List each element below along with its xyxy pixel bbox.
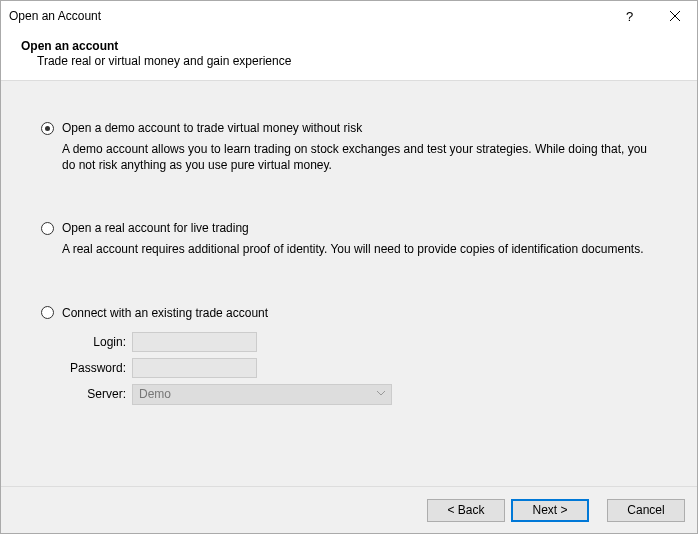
option-existing-label: Connect with an existing trade account (62, 306, 268, 320)
wizard-body: Open a demo account to trade virtual mon… (1, 81, 697, 486)
option-existing: Connect with an existing trade account L… (41, 306, 657, 405)
help-icon: ? (626, 9, 633, 24)
wizard-header: Open an account Trade real or virtual mo… (1, 31, 697, 80)
option-real-desc: A real account requires additional proof… (62, 241, 657, 257)
radio-demo[interactable] (41, 122, 54, 135)
option-real: Open a real account for live trading A r… (41, 221, 657, 257)
radio-existing[interactable] (41, 306, 54, 319)
server-select[interactable]: Demo (132, 384, 392, 405)
password-label: Password: (62, 361, 132, 375)
back-button[interactable]: < Back (427, 499, 505, 522)
window-title: Open an Account (9, 9, 607, 23)
page-title: Open an account (21, 39, 697, 53)
radio-existing-row[interactable]: Connect with an existing trade account (41, 306, 657, 320)
option-demo-label: Open a demo account to trade virtual mon… (62, 121, 362, 135)
chevron-down-icon (377, 391, 385, 397)
titlebar: Open an Account ? (1, 1, 697, 31)
radio-real-row[interactable]: Open a real account for live trading (41, 221, 657, 235)
radio-real[interactable] (41, 222, 54, 235)
server-row: Server: Demo (62, 384, 657, 405)
server-label: Server: (62, 387, 132, 401)
login-label: Login: (62, 335, 132, 349)
option-demo-desc: A demo account allows you to learn tradi… (62, 141, 657, 173)
password-input[interactable] (132, 358, 257, 378)
radio-demo-row[interactable]: Open a demo account to trade virtual mon… (41, 121, 657, 135)
cancel-button[interactable]: Cancel (607, 499, 685, 522)
next-button[interactable]: Next > (511, 499, 589, 522)
option-demo: Open a demo account to trade virtual mon… (41, 121, 657, 173)
help-button[interactable]: ? (607, 1, 652, 31)
password-row: Password: (62, 358, 657, 378)
login-input[interactable] (132, 332, 257, 352)
existing-form: Login: Password: Server: Demo (62, 332, 657, 405)
option-real-label: Open a real account for live trading (62, 221, 249, 235)
close-button[interactable] (652, 1, 697, 31)
server-select-value: Demo (139, 387, 171, 401)
login-row: Login: (62, 332, 657, 352)
page-subtitle: Trade real or virtual money and gain exp… (21, 54, 697, 68)
dialog-window: Open an Account ? Open an account Trade … (0, 0, 698, 534)
wizard-footer: < Back Next > Cancel (1, 487, 697, 533)
close-icon (670, 8, 680, 24)
